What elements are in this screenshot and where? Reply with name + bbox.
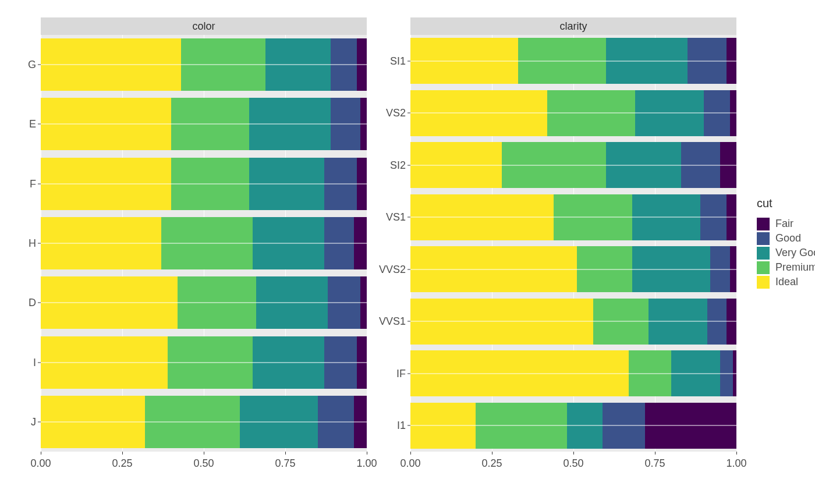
facet-header-color: color	[41, 17, 367, 35]
y-gridline	[410, 113, 736, 113]
x-tick-label: 0.00	[400, 457, 420, 470]
y-gridline	[410, 61, 736, 61]
x-tick-label: 0.25	[481, 457, 502, 470]
y-tick-label: H	[29, 237, 41, 250]
legend-item-premium: Premium	[757, 261, 815, 274]
x-tick-mark	[410, 452, 411, 455]
y-gridline	[410, 321, 736, 322]
y-tick-label: I	[33, 356, 41, 368]
y-gridline	[410, 269, 736, 269]
x-tick-label: 0.00	[30, 457, 51, 470]
y-gridline	[410, 425, 736, 426]
y-tick-label: VVS2	[379, 263, 410, 275]
y-tick-label: VVS1	[379, 315, 410, 328]
legend-label: Premium	[775, 261, 815, 274]
y-tick-label: G	[28, 59, 41, 71]
x-gridline	[367, 35, 367, 452]
facet-color: color GEFHDIJ 0.000.250.500.751.00	[41, 17, 367, 469]
chart-root: color GEFHDIJ 0.000.250.500.751.00 clari…	[0, 0, 815, 504]
legend-swatch	[757, 232, 770, 245]
y-gridline	[41, 362, 367, 363]
x-tick-mark	[573, 452, 574, 455]
plot-area-color: GEFHDIJ	[41, 35, 367, 452]
x-tick-label: 0.75	[644, 457, 665, 470]
legend-swatch	[757, 218, 770, 230]
legend-item-good: Good	[757, 232, 815, 245]
x-tick-label: 1.00	[356, 457, 377, 470]
y-tick-label: IF	[396, 367, 410, 379]
x-tick-mark	[492, 452, 492, 455]
y-tick-label: SI2	[390, 159, 410, 171]
x-tick-label: 1.00	[726, 457, 746, 470]
x-tick-label: 0.50	[563, 457, 583, 470]
x-tick-mark	[204, 452, 204, 455]
y-gridline	[410, 165, 736, 165]
x-tick-label: 0.75	[275, 457, 295, 470]
y-gridline	[41, 421, 367, 422]
y-tick-label: D	[29, 297, 41, 309]
x-gridline	[736, 35, 737, 452]
y-gridline	[410, 217, 736, 218]
x-tick-mark	[736, 452, 737, 455]
y-gridline	[41, 183, 367, 184]
legend-title: cut	[757, 197, 815, 210]
legend-swatch	[757, 247, 770, 260]
y-tick-label: VS1	[386, 211, 410, 223]
legend-swatch	[757, 261, 770, 274]
legend-label: Fair	[775, 218, 793, 230]
legend-label: Ideal	[775, 276, 798, 288]
legend-items: FairGoodVery GoodPremiumIdeal	[757, 216, 815, 290]
facet-header-clarity: clarity	[410, 17, 736, 35]
legend-item-very-good: Very Good	[757, 247, 815, 260]
legend-label: Good	[775, 232, 801, 244]
legend-item-ideal: Ideal	[757, 276, 815, 289]
legend-item-fair: Fair	[757, 218, 815, 230]
x-tick-mark	[285, 452, 286, 455]
y-gridline	[41, 65, 367, 65]
y-tick-label: SI1	[390, 55, 410, 67]
y-tick-label: F	[30, 178, 41, 190]
y-tick-label: E	[29, 118, 41, 130]
x-tick-mark	[655, 452, 655, 455]
y-gridline	[41, 303, 367, 303]
plot-area-clarity: SI1VS2SI2VS1VVS2VVS1IFI1	[410, 35, 736, 452]
y-gridline	[410, 373, 736, 374]
y-tick-label: I1	[397, 420, 410, 432]
x-tick-mark	[367, 452, 367, 455]
y-gridline	[41, 124, 367, 125]
y-tick-label: J	[31, 416, 41, 428]
x-axis-clarity: 0.000.250.500.751.00	[410, 452, 736, 469]
legend: cut FairGoodVery GoodPremiumIdeal	[751, 17, 815, 469]
bars-layer	[410, 35, 736, 452]
x-tick-label: 0.50	[193, 457, 214, 470]
y-gridline	[41, 243, 367, 244]
facet-clarity: clarity SI1VS2SI2VS1VVS2VVS1IFI1 0.000.2…	[410, 17, 736, 469]
x-axis-color: 0.000.250.500.751.00	[41, 452, 367, 469]
legend-swatch	[757, 276, 770, 289]
x-tick-label: 0.25	[112, 457, 132, 470]
y-tick-label: VS2	[386, 107, 410, 119]
x-tick-mark	[41, 452, 41, 455]
legend-label: Very Good	[775, 247, 815, 259]
x-tick-mark	[122, 452, 123, 455]
